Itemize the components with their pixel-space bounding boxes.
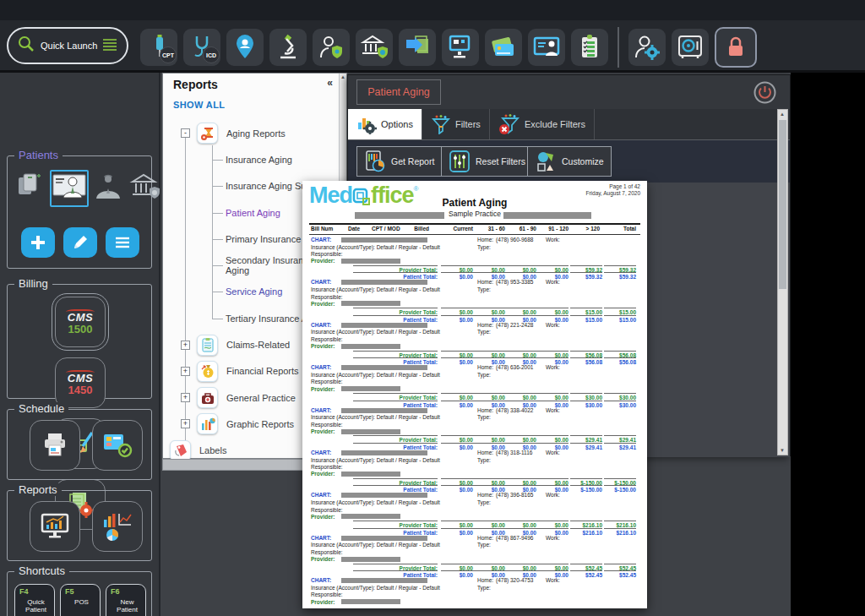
cpt-codes-button[interactable]: CPT bbox=[140, 29, 177, 66]
lock-button[interactable] bbox=[715, 27, 757, 68]
tree-item[interactable]: - Aging Reports bbox=[163, 120, 336, 146]
reset-filters-button[interactable]: Reset Filters bbox=[441, 146, 533, 177]
bank-deposits-button[interactable] bbox=[356, 29, 393, 66]
patient-list-button[interactable] bbox=[106, 227, 139, 258]
home-phone: (478) 318-1116 bbox=[496, 450, 533, 455]
tree-item[interactable]: Insurance Aging bbox=[163, 146, 336, 172]
shortcut-key-button[interactable]: F6 New Patient bbox=[106, 584, 146, 616]
patient-aging-block: CHART: Home: (478) 396-8165 Work: Insura… bbox=[302, 492, 647, 534]
patient-locator-button[interactable] bbox=[226, 29, 264, 66]
get-report-icon bbox=[364, 150, 386, 173]
customize-button[interactable]: Customize bbox=[527, 146, 612, 177]
list-icon bbox=[114, 236, 131, 249]
pos-monitor-button[interactable] bbox=[442, 29, 479, 66]
column-header: 31 - 60 bbox=[473, 226, 505, 232]
scroll-up-arrow[interactable]: ▲ bbox=[340, 74, 345, 79]
scroll-down-arrow[interactable]: ▼ bbox=[780, 448, 785, 453]
close-power-button[interactable] bbox=[753, 81, 776, 104]
graph-reports-button[interactable] bbox=[92, 501, 143, 552]
patient-documents-icon[interactable] bbox=[16, 171, 45, 206]
tree-item-label: Financial Reports bbox=[226, 366, 299, 376]
redacted-practice-name bbox=[355, 212, 444, 219]
appointments-button[interactable] bbox=[92, 420, 143, 471]
column-header: CPT / MOD bbox=[372, 226, 400, 232]
autohide-pin-icon[interactable]: « bbox=[327, 77, 333, 89]
show-all-link[interactable]: SHOW ALL bbox=[173, 100, 225, 110]
options-icon bbox=[356, 114, 377, 134]
left-sidebar: Patients bbox=[0, 73, 160, 616]
chart-label: CHART: bbox=[311, 322, 331, 328]
insurance-line: Insurance (Account/Type): Default / Regu… bbox=[311, 414, 440, 420]
shortcut-key-button[interactable]: F5 POS bbox=[60, 584, 101, 616]
chart-label: CHART: bbox=[311, 450, 331, 455]
cms-1500-button[interactable]: CMS 1500 bbox=[55, 297, 106, 347]
reports-group-label: Reports bbox=[14, 483, 62, 496]
tree-item-icon bbox=[197, 413, 218, 434]
get-report-button[interactable]: Get Report bbox=[356, 146, 442, 177]
print-schedule-button[interactable] bbox=[30, 420, 80, 471]
tree-expander[interactable]: + bbox=[181, 367, 190, 376]
responsible-label: Responsible: bbox=[311, 507, 343, 513]
patient-aging-block: CHART: Home: (478) 338-4022 Work: Insura… bbox=[302, 407, 647, 450]
plus-icon bbox=[30, 234, 46, 251]
user-security-button[interactable] bbox=[313, 29, 350, 66]
window-scrollbar[interactable]: ▲ ▼ bbox=[777, 109, 788, 455]
type-label: Type: bbox=[477, 499, 491, 505]
scrollbar-thumb[interactable] bbox=[779, 120, 786, 289]
work-label: Work: bbox=[546, 450, 560, 455]
exclude-filters-icon bbox=[498, 113, 520, 135]
column-header: Billed bbox=[397, 226, 429, 232]
vault-button[interactable] bbox=[672, 29, 709, 66]
search-icon bbox=[17, 35, 35, 57]
quick-launch-button[interactable]: Quick Launch bbox=[7, 27, 128, 64]
shortcut-fkey-label: F6 bbox=[111, 587, 144, 596]
tree-expander[interactable]: + bbox=[181, 341, 190, 350]
tab-options-label: Options bbox=[381, 119, 413, 129]
checklist-button[interactable] bbox=[571, 29, 608, 66]
cms-1450-button[interactable]: CMS 1450 bbox=[55, 357, 106, 408]
redacted-provider-name bbox=[341, 259, 400, 264]
report-monitor-button[interactable] bbox=[30, 501, 80, 552]
user-settings-button[interactable] bbox=[628, 29, 666, 66]
tree-expander[interactable]: - bbox=[181, 128, 190, 138]
appointment-check-icon bbox=[102, 431, 133, 460]
insurance-line: Insurance (Account/Type): Default / Regu… bbox=[311, 286, 440, 292]
cms-1500-number: 1500 bbox=[68, 323, 93, 335]
patient-accounts-icon[interactable] bbox=[129, 172, 161, 205]
home-label: Home: bbox=[477, 279, 493, 285]
add-patient-button[interactable] bbox=[21, 227, 55, 258]
import-documents-button[interactable] bbox=[399, 29, 436, 66]
redacted-patient-name bbox=[341, 493, 427, 498]
tree-expander[interactable]: + bbox=[181, 393, 190, 402]
redacted-provider-name bbox=[341, 599, 400, 604]
home-label: Home: bbox=[477, 535, 493, 541]
tab-exclude-filters[interactable]: Exclude Filters bbox=[490, 109, 595, 139]
tree-item-icon bbox=[197, 335, 218, 356]
menu-bar bbox=[0, 0, 865, 20]
scroll-up-arrow[interactable]: ▲ bbox=[780, 112, 785, 117]
redacted-patient-name bbox=[341, 323, 427, 328]
toolbar-separator bbox=[617, 27, 619, 68]
redacted-provider-name bbox=[341, 429, 400, 434]
icd-codes-button[interactable]: ICD bbox=[183, 29, 220, 66]
edit-patient-button[interactable] bbox=[63, 227, 97, 258]
credit-cards-button[interactable] bbox=[485, 29, 522, 66]
logo-registered-mark: ® bbox=[414, 185, 419, 193]
redacted-practice-name bbox=[503, 212, 591, 219]
provider-label: Provider: bbox=[311, 599, 335, 605]
redacted-provider-name bbox=[341, 557, 400, 562]
shortcut-key-button[interactable]: F4 Quick Patient bbox=[14, 584, 55, 616]
redacted-patient-name bbox=[341, 365, 427, 370]
tree-expander[interactable]: + bbox=[181, 419, 190, 428]
patient-aging-block: CHART: Home: (478) 960-9688 Work: Insura… bbox=[302, 237, 647, 279]
tab-filters[interactable]: Filters bbox=[422, 109, 490, 139]
shortcuts-group: Shortcuts F4 Quick Patient F5 POS F6 New… bbox=[7, 571, 152, 616]
employee-id-button[interactable] bbox=[528, 29, 565, 66]
tree-item-label: Patient Aging bbox=[226, 208, 280, 218]
tree-item-label: Service Aging bbox=[226, 286, 282, 297]
patient-silhouette-icon[interactable] bbox=[94, 172, 124, 205]
responsible-label: Responsible: bbox=[311, 251, 343, 257]
lab-microscope-button[interactable] bbox=[269, 29, 307, 66]
tab-options[interactable]: Options bbox=[348, 109, 422, 139]
insurance-card-icon[interactable] bbox=[50, 170, 89, 207]
